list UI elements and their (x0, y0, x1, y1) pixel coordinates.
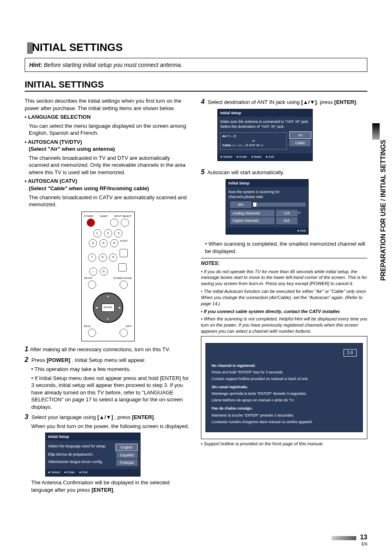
digit-4: 4 (89, 239, 97, 247)
page-number: 13 (360, 534, 367, 541)
digit-9: 9 (109, 253, 117, 262)
step-3-num: 3 (25, 413, 28, 420)
step4-keys: [▲/▼] (301, 99, 317, 105)
last-note: Support hotline is provided on the front… (204, 441, 323, 446)
step-2a: Press (32, 357, 47, 363)
hint-label: Hint: (29, 62, 42, 68)
section-heading: INITIAL SETTINGS (25, 79, 367, 92)
notes-head: NOTES: (201, 260, 367, 267)
bb-l3c: Contacter numéro d'urgence dans manuel o… (212, 419, 357, 424)
osd3-foot-exit: Exit (297, 229, 306, 233)
setup-button (88, 281, 96, 289)
bb-l3b: Maintenir la touche "ENTER" pressée 3 se… (212, 413, 357, 418)
autoscan-catv-body: The channels broadcasted in CATV are aut… (29, 194, 191, 208)
remote-input-label: INPUT SELECT (114, 214, 132, 218)
osd2-line1: Make sure the antenna is connected to "A… (220, 119, 310, 124)
osd3-r0l: Analog channels (230, 210, 274, 216)
osd1-r1r: Español (116, 452, 138, 458)
still-button (118, 263, 127, 272)
note-0: If you do not operate this TV for more t… (201, 269, 367, 286)
remote-audio-label: AUDIO (120, 240, 128, 242)
digit-3: 3 (114, 229, 122, 237)
osd3-msg: Now the system is scanning for channels,… (228, 189, 306, 199)
osd2-foot-enter: Enter (236, 155, 247, 159)
step3a: Select your language using (32, 414, 97, 420)
sleep-button (110, 219, 118, 227)
osd1-title: Initial Setup (46, 433, 140, 440)
sidebar-tab: PREPARATION FOR USE / INITIAL SETTINGS (380, 140, 387, 281)
step2-bullet-1: If Initial Setup menu does not appear pr… (31, 375, 189, 410)
info-button (120, 329, 128, 337)
step3-after-enter: [ENTER] (92, 487, 113, 493)
footer-gradient (332, 536, 356, 540)
remote-diagram: POWERSLEEPINPUT SELECT 1 2 3 4 5 6 AUDIO (81, 212, 135, 341)
bluebox-wrap: 2-0 No channel is registered. Press and … (201, 336, 367, 439)
notes-block: NOTES: • If you do not operate this TV f… (201, 260, 367, 334)
step-2b: . Initial Setup menu will appear. (72, 357, 146, 363)
osd3-r1r: 6ch (276, 217, 297, 224)
page-title: NITIAL SETTINGS (27, 41, 367, 54)
sidebar-gradient (372, 123, 380, 140)
bb-l1a: No channel is registered. (212, 363, 357, 368)
osd1-foot-select: Select (48, 470, 60, 475)
step3-after-dot: . (113, 487, 115, 493)
osd1-r0r: English (115, 444, 138, 451)
bb-l1b: Press and hold "ENTER" key for 3 seconds… (212, 370, 357, 375)
remote-power-label: POWER (84, 214, 94, 218)
osd1-foot-exit: Exit (79, 470, 87, 475)
step-2-num: 2 (25, 356, 28, 363)
enter-button: ENTER (101, 304, 115, 312)
osd-language: Initial Setup Select the language used f… (45, 433, 141, 477)
diag-or: or (222, 139, 285, 143)
lang-sel-body: You can select the menu language display… (29, 122, 191, 137)
osd2-diagram: Air ▽—⊐ or Cable ▭—▭—⊐ ANT IN ▭ (220, 132, 287, 150)
osd1-r0l: Select the language used for setup. (48, 444, 106, 451)
digit-7: 7 (88, 253, 96, 262)
step4a: Select destination of ANT IN jack using (208, 99, 301, 105)
power-button (87, 219, 95, 227)
screen-button (120, 281, 128, 289)
note-1: The initial Autoscan function can be exe… (201, 289, 367, 306)
right-column: 4 Select destination of ANT IN jack usin… (201, 96, 367, 495)
bluebox-tag: 2-0 (344, 349, 357, 357)
autoscan-catv-head: • AUTOSCAN (CATV) (25, 177, 191, 185)
autoscan-tv-head: • AUTOSCAN (TV/DTV) (25, 138, 191, 146)
osd1-foot-enter: Enter (64, 470, 75, 475)
page-footer: 13 EN (332, 534, 367, 547)
dpad: ▲ ▼ ◀ ▶ ENTER (93, 292, 123, 323)
step3c: . (154, 414, 155, 420)
bb-l2c: Llame teléfono de apoyo en manual o atrá… (212, 398, 357, 403)
osd3-pct: 6% (230, 201, 251, 208)
digit-6: 6 (110, 239, 118, 247)
remote-back-label: BACK (84, 325, 91, 328)
hint-box: Hint: Before starting initial setup you … (25, 58, 367, 72)
step-2-power: [POWER] (46, 357, 70, 363)
bb-l2a: Sin canal registrado. (212, 385, 357, 389)
osd3-r0r: 1ch (276, 210, 297, 216)
osd2-foot-back: Back (251, 155, 261, 159)
autoscan-catv-sub: (Select "Cable" when using RF/Incoming c… (29, 185, 191, 192)
digit-8: 8 (99, 253, 107, 262)
helpful-hint-box: 2-0 No channel is registered. Press and … (205, 343, 363, 432)
osd-antenna: Initial Setup Make sure the antenna is c… (217, 109, 313, 161)
step-1-num: 1 (25, 345, 28, 352)
osd2-foot-exit: Exit (265, 155, 274, 159)
bb-l3a: Pas de chaîne consign. (212, 406, 357, 411)
diag-antin: ANT IN (249, 143, 260, 147)
digit-1: 1 (93, 229, 101, 237)
step4c: . (356, 99, 357, 105)
page-lang: EN (362, 542, 367, 546)
bb-l2b: Mantenga oprimida la tecla "ENTER" duran… (212, 391, 357, 396)
step-1-text: After making all the necessary connectio… (30, 346, 170, 352)
lang-sel-head: • LANGUAGE SELECTION (25, 113, 191, 121)
step3-keys: [▲/▼] (97, 414, 113, 420)
osd3-title: Initial Setup (226, 180, 308, 187)
osd3-r1l: Digital channels (230, 217, 274, 224)
step3-note: When you first turn on the power, the fo… (31, 423, 191, 430)
hint-text: Before starting initial setup you must c… (44, 62, 182, 68)
osd2-opt-air: Air (289, 131, 311, 139)
remote-setup-label: SETUP (84, 276, 92, 280)
osd1-r1l: Elija idioma de preparación. (48, 452, 94, 458)
left-column: This section describes the initial setti… (25, 96, 191, 495)
step3-enter: [ENTER] (132, 414, 154, 420)
